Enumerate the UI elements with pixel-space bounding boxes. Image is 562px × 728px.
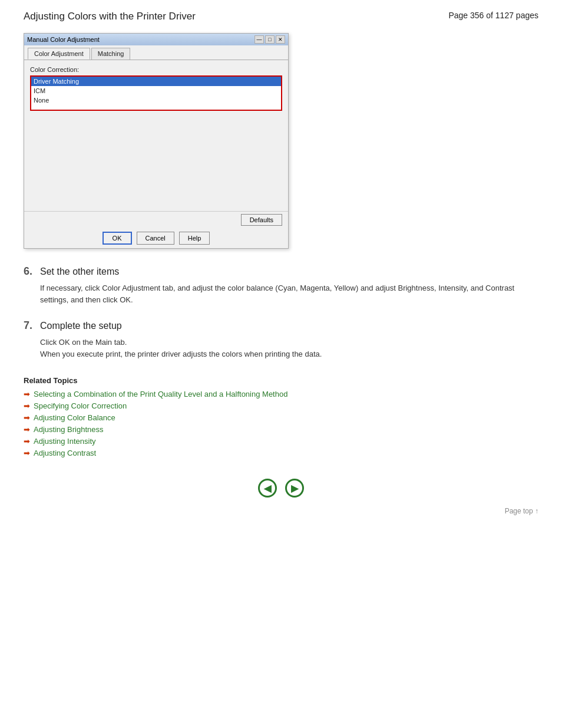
related-link-text-0: Selecting a Combination of the Print Qua… — [34, 390, 287, 398]
dialog-titlebar-buttons: — □ ✕ — [254, 35, 285, 44]
manual-color-dialog: Manual Color Adjustment — □ ✕ Color Adju… — [24, 33, 289, 249]
tab-matching[interactable]: Matching — [91, 48, 131, 60]
related-link-5[interactable]: ➡Adjusting Contrast — [24, 449, 538, 457]
related-links-list: ➡Selecting a Combination of the Print Qu… — [24, 390, 538, 457]
minimize-button[interactable]: — — [254, 35, 264, 44]
arrow-icon-2: ➡ — [24, 413, 30, 422]
arrow-icon-4: ➡ — [24, 437, 30, 446]
cc-item-none[interactable]: None — [31, 95, 281, 105]
help-button[interactable]: Help — [179, 232, 210, 245]
related-link-4[interactable]: ➡Adjusting Intensity — [24, 437, 538, 446]
related-link-text-3: Adjusting Brightness — [34, 425, 104, 434]
color-correction-label: Color Correction: — [30, 66, 282, 73]
next-arrow[interactable]: ▶ — [285, 479, 304, 498]
cc-item-icm[interactable]: ICM — [31, 86, 281, 95]
related-link-2[interactable]: ➡Adjusting Color Balance — [24, 413, 538, 422]
step-7-line-2: When you execute print, the printer driv… — [40, 348, 538, 360]
arrow-icon-5: ➡ — [24, 449, 30, 457]
dialog-body: Color Correction: Driver Matching ICM No… — [24, 60, 288, 211]
page-header: Adjusting Colors with the Printer Driver… — [24, 11, 538, 22]
dialog-titlebar: Manual Color Adjustment — □ ✕ — [24, 34, 288, 45]
step-6-heading: 6. Set the other items — [24, 265, 538, 278]
step-7-heading: 7. Complete the setup — [24, 319, 538, 332]
dialog-spacer — [30, 111, 282, 205]
related-link-3[interactable]: ➡Adjusting Brightness — [24, 425, 538, 434]
step-7-body: Click OK on the Main tab. When you execu… — [40, 337, 538, 360]
related-link-text-1: Specifying Color Correction — [34, 401, 127, 410]
step-6-section: 6. Set the other items If necessary, cli… — [24, 265, 538, 305]
tab-color-adjustment[interactable]: Color Adjustment — [28, 48, 90, 60]
defaults-button[interactable]: Defaults — [241, 214, 282, 226]
dialog-wrapper: Manual Color Adjustment — □ ✕ Color Adju… — [24, 33, 538, 249]
step-7-line-1: Click OK on the Main tab. — [40, 337, 538, 348]
close-button[interactable]: ✕ — [276, 35, 285, 44]
color-correction-listbox[interactable]: Driver Matching ICM None — [30, 75, 282, 111]
step-7-number: 7. — [24, 319, 35, 332]
nav-arrows: ◀ ▶ — [24, 479, 538, 498]
maximize-button[interactable]: □ — [265, 35, 275, 44]
related-link-text-2: Adjusting Color Balance — [34, 413, 115, 422]
related-link-text-4: Adjusting Intensity — [34, 437, 96, 446]
arrow-icon-0: ➡ — [24, 390, 30, 398]
related-link-0[interactable]: ➡Selecting a Combination of the Print Qu… — [24, 390, 538, 398]
dialog-title: Manual Color Adjustment — [27, 36, 100, 43]
step-7-title: Complete the setup — [40, 321, 122, 331]
step-6-number: 6. — [24, 265, 35, 278]
step-6-title: Set the other items — [40, 266, 119, 277]
page-top-section: Page top ↑ — [24, 507, 538, 515]
page-top-link[interactable]: Page top ↑ — [505, 507, 538, 515]
cancel-button[interactable]: Cancel — [137, 232, 174, 245]
page-title: Adjusting Colors with the Printer Driver — [24, 11, 196, 22]
step-7-section: 7. Complete the setup Click OK on the Ma… — [24, 319, 538, 360]
ok-button[interactable]: OK — [103, 232, 132, 245]
prev-arrow[interactable]: ◀ — [258, 479, 277, 498]
related-link-1[interactable]: ➡Specifying Color Correction — [24, 401, 538, 410]
dialog-footer-bottom: OK Cancel Help — [24, 228, 288, 248]
related-topics-title: Related Topics — [24, 376, 538, 385]
page-number: Page 356 of 1127 pages — [448, 11, 538, 20]
arrow-icon-1: ➡ — [24, 401, 30, 410]
dialog-footer-top: Defaults — [24, 211, 288, 228]
step-6-body: If necessary, click Color Adjustment tab… — [40, 282, 538, 305]
cc-item-driver-matching[interactable]: Driver Matching — [31, 77, 281, 86]
dialog-tabs: Color Adjustment Matching — [24, 45, 288, 60]
related-link-text-5: Adjusting Contrast — [34, 449, 96, 457]
arrow-icon-3: ➡ — [24, 425, 30, 434]
related-topics-section: Related Topics ➡Selecting a Combination … — [24, 376, 538, 457]
